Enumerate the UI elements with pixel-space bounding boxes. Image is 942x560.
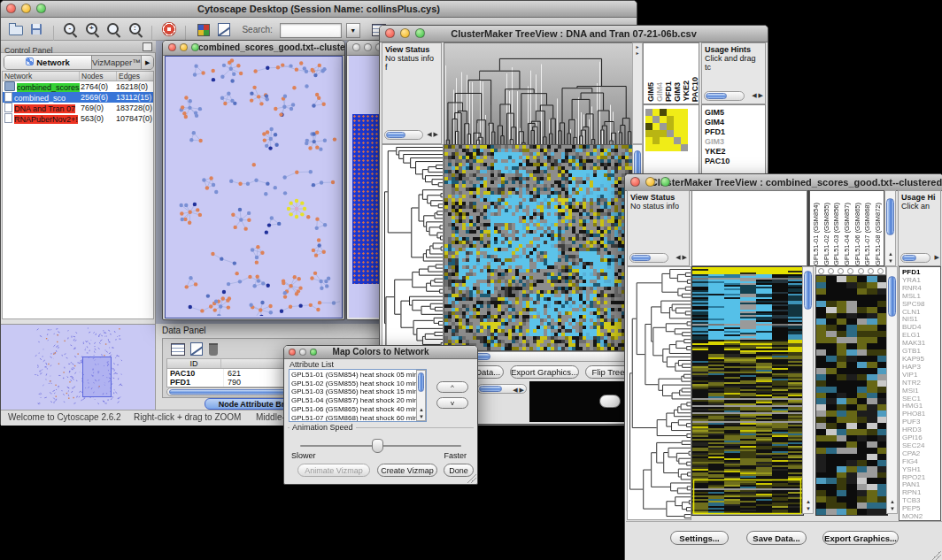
column-label[interactable]: PAC10 (691, 77, 699, 102)
treeview1-title-bar[interactable]: ClusterMaker TreeView : DNA and Tran 07-… (380, 26, 768, 42)
tv2-row-dendrogram[interactable] (627, 266, 691, 520)
tv2-zoom-vscrollbar[interactable]: ▲ ▼ (886, 266, 898, 514)
minimize-icon[interactable] (645, 177, 655, 187)
tv2-usage-scrollbar[interactable] (900, 253, 930, 263)
attribute-list-item[interactable]: GPL51-06 (GSM865) heat shock 40 min (291, 405, 424, 414)
network-window-title-bar[interactable]: combined_scores_good.txt--cluste... (163, 41, 344, 56)
tv1-row-dendrogram[interactable] (382, 144, 444, 352)
vizmapper-icon[interactable] (194, 20, 212, 38)
move-down-button[interactable]: v (436, 397, 468, 409)
help-icon[interactable] (160, 20, 178, 38)
close-icon[interactable] (168, 43, 176, 51)
col-header-network[interactable]: Network (3, 72, 80, 81)
tv1-usage-scrollbar[interactable] (704, 91, 745, 101)
zoom-in-icon[interactable]: + (83, 20, 101, 38)
window-controls[interactable] (6, 4, 46, 13)
zoom-out-icon[interactable]: - (61, 20, 79, 38)
tv1-view-status-scrollbar[interactable] (384, 130, 423, 140)
zoom-window-icon[interactable] (310, 349, 317, 356)
animate-vizmap-button[interactable]: Animate Vizmap (297, 464, 370, 477)
tv2-export-graphics-button[interactable]: Export Graphics... (822, 531, 899, 545)
network-row[interactable]: RNAPuberNov2+! 563(0) 107847(0) (3, 113, 153, 124)
resize-grip[interactable] (467, 474, 476, 483)
treeview2-title-bar[interactable]: ClusterMaker TreeView : combined_scores_… (625, 174, 942, 191)
zoom-window-icon[interactable] (191, 43, 199, 51)
annotation-icon[interactable] (215, 20, 233, 38)
tv2-view-status-scrollbar[interactable] (629, 253, 668, 263)
column-label[interactable]: GPL51-07 (GSM868) (863, 203, 871, 265)
tv2-col-labels-vscrollbar[interactable]: ▲ ▼ (884, 190, 896, 266)
row-label[interactable]: GIM3 (705, 137, 765, 147)
column-label[interactable]: GPL51-02 (GSM855) (822, 203, 830, 265)
row-label[interactable]: YKE2 (705, 147, 765, 157)
row-label[interactable]: PAC10 (705, 157, 765, 166)
zoom-fit-icon[interactable]: : (127, 20, 144, 38)
tv2-heatmap-vscrollbar[interactable]: ▲ ▼ (802, 266, 814, 514)
tv2-column-dendrogram[interactable] (691, 190, 807, 266)
column-label[interactable]: GPL51-01 (GSM854) (812, 203, 820, 265)
row-label[interactable]: GIM4 (705, 118, 765, 127)
attribute-list-item[interactable]: GPL51-01 (GSM854) heat shock 05 min (291, 371, 424, 380)
tv2-main-heatmap[interactable] (691, 266, 804, 516)
new-attribute-icon[interactable] (188, 340, 205, 357)
scroll-arrows[interactable]: ◀ ▶ (427, 131, 438, 138)
id-col-header[interactable]: ID (167, 359, 221, 368)
tv1-export-graphics-button[interactable]: Export Graphics... (510, 365, 579, 379)
scroll-arrows[interactable]: ◀ ▶ (752, 92, 763, 99)
tv1-column-dendrogram[interactable] (444, 42, 633, 146)
open-file-icon[interactable] (6, 20, 24, 38)
zoom-window-icon[interactable] (36, 4, 46, 13)
network-canvas[interactable] (166, 57, 340, 316)
attribute-list-item[interactable]: GPL51-02 (GSM855) heat shock 10 min (291, 380, 424, 388)
search-dropdown-button[interactable]: ▼ (346, 23, 360, 38)
tv1-mini-button[interactable] (599, 395, 621, 408)
column-label[interactable]: YKE2 (682, 81, 691, 102)
overview-canvas[interactable] (1, 325, 155, 410)
attribute-select-icon[interactable] (168, 340, 186, 357)
row-label[interactable]: GIM5 (705, 108, 765, 118)
minimize-icon[interactable] (21, 4, 31, 13)
tv2-zoom-heatmap[interactable] (815, 275, 888, 516)
column-label[interactable]: GPL51-03 (GSM856) (832, 203, 840, 265)
column-label[interactable]: GPL51-04 (GSM857) (843, 203, 851, 265)
move-up-button[interactable]: ^ (436, 381, 468, 393)
minimize-icon[interactable] (180, 43, 188, 51)
zoom-window-icon[interactable] (415, 28, 425, 38)
attribute-list-item[interactable]: GPL51-04 (GSM857) heat shock 20 min (291, 396, 424, 405)
speed-slider-thumb[interactable] (372, 439, 383, 453)
minimize-icon[interactable] (364, 43, 372, 51)
zoom-selected-icon[interactable] (104, 20, 122, 38)
save-session-icon[interactable] (27, 20, 45, 38)
close-icon[interactable] (352, 43, 360, 51)
close-icon[interactable] (6, 4, 16, 13)
network-row[interactable]: combined_scores 2764(0) 16218(0) (3, 81, 153, 92)
gene-label[interactable]: MON2 (902, 513, 940, 521)
scroll-arrows[interactable]: ◀ ▶ (676, 254, 687, 261)
column-label[interactable]: GPL51-06 (GSM865) (853, 203, 861, 265)
dialog-title-bar[interactable]: Map Colors to Network (284, 346, 477, 359)
tv2-save-data-button[interactable]: Save Data... (746, 531, 807, 545)
overview-viewport-rect[interactable] (82, 357, 112, 397)
tv2-settings-button[interactable]: Settings... (670, 531, 729, 545)
column-label[interactable]: GIM3 (673, 82, 682, 102)
delete-attribute-icon[interactable] (209, 343, 218, 356)
close-icon[interactable] (385, 28, 395, 38)
tab-vizmapper[interactable]: VizMapper™ (92, 56, 141, 69)
column-label[interactable]: PFD1 (664, 81, 673, 102)
attribute-list-vscrollbar[interactable]: ▲ ▼ (416, 370, 426, 421)
column-label[interactable]: GIM4 (655, 82, 664, 102)
network-row[interactable]: DNA and Tran 07 769(0) 183728(0) (3, 103, 153, 113)
column-label[interactable]: GIM5 (646, 82, 655, 102)
scroll-arrows[interactable]: ▶ (935, 254, 939, 261)
col-header-edges[interactable]: Edges (117, 72, 153, 81)
attribute-list-item[interactable]: GPL51-07 (GSM868) heat shock 60 min (291, 414, 424, 422)
tv1-main-heatmap[interactable] (444, 144, 633, 351)
zoom-window-icon[interactable] (660, 177, 670, 187)
col-header-nodes[interactable]: Nodes (80, 72, 117, 81)
tab-network[interactable]: Network (4, 56, 92, 69)
search-input[interactable] (280, 23, 342, 38)
main-title-bar[interactable]: Cytoscape Desktop (Session Name: collins… (1, 1, 637, 18)
close-icon[interactable] (289, 349, 296, 356)
minimize-icon[interactable] (299, 349, 306, 356)
tab-overflow-arrow[interactable]: ▶ (141, 56, 154, 69)
